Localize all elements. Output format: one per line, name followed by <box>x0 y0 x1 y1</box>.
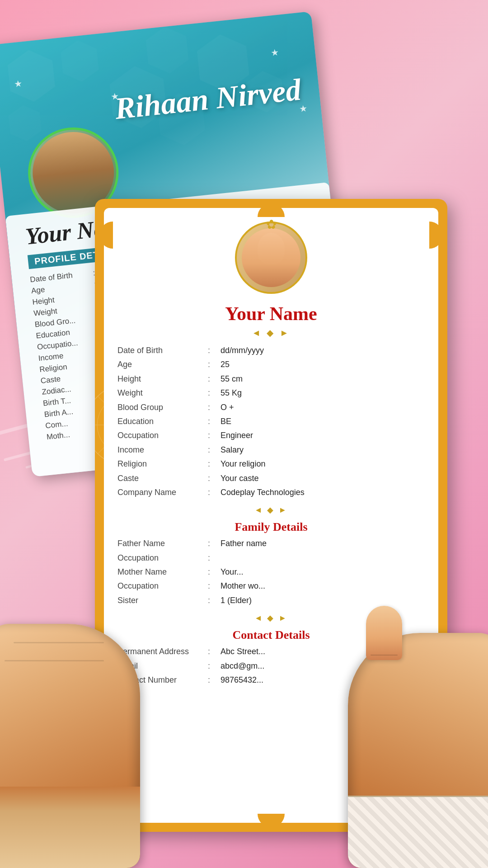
value-company: Codeplay Technologies <box>221 487 425 498</box>
ornament-right <box>429 222 443 249</box>
value-occ: Engineer <box>221 430 425 441</box>
yellow-card: ✿ Your Name ◄ ◆ ► Date of Birth : dd/mm/… <box>95 199 447 832</box>
value-contact: 98765432... <box>221 675 425 685</box>
value-height: 55 cm <box>221 374 425 384</box>
colon-caste: : <box>208 473 221 484</box>
label-sister: Sister <box>117 595 208 606</box>
colon-blood: : <box>208 402 221 413</box>
label-mother-name: Mother Name <box>117 567 208 577</box>
colon-age: : <box>208 359 221 370</box>
info-row-father-name: Father Name : Father name <box>117 538 425 549</box>
info-row-religion: Religion : Your religion <box>117 459 425 469</box>
label-edu: Education <box>117 416 208 427</box>
colon-email: : <box>208 661 221 671</box>
label-weight: Weight <box>117 388 208 398</box>
value-blood: O + <box>221 402 425 413</box>
info-row-mother-name: Mother Name : Your... <box>117 567 425 577</box>
info-row-address: Permanent Address : Abc Street... <box>117 646 425 657</box>
yellow-person-face <box>242 228 300 287</box>
info-row-weight: Weight : 55 Kg <box>117 388 425 398</box>
colon-mother-name: : <box>208 567 221 577</box>
info-row-contact: Contact Number : 98765432... <box>117 675 425 685</box>
colon-dob: : <box>208 345 221 356</box>
colon-company: : <box>208 487 221 498</box>
info-row-occ: Occupation : Engineer <box>117 430 425 441</box>
profile-details-section: Date of Birth : dd/mm/yyyy Age : 25 Heig… <box>117 345 425 498</box>
contact-section-title: Contact Details <box>117 628 425 642</box>
label-religion: Religion <box>117 459 208 469</box>
info-row-mother-occ: Occupation : Mother wo... <box>117 581 425 591</box>
colon-father-occ: : <box>208 553 221 563</box>
colon-occ: : <box>208 430 221 441</box>
ornament-top <box>258 203 285 217</box>
label-mother-occ: Occupation <box>117 581 208 591</box>
yellow-card-name: Your Name <box>117 303 425 325</box>
value-address: Abc Street... <box>221 646 425 657</box>
section-divider-contact: ◄ ◆ ► <box>117 613 425 623</box>
value-age: 25 <box>221 359 425 370</box>
info-row-edu: Education : BE <box>117 416 425 427</box>
colon-height: : <box>208 374 221 384</box>
contact-details-section: Permanent Address : Abc Street... Email … <box>117 646 425 685</box>
value-weight: 55 Kg <box>221 388 425 398</box>
value-mother-name: Your... <box>221 567 425 577</box>
yellow-card-content: ✿ Your Name ◄ ◆ ► Date of Birth : dd/mm/… <box>117 222 425 809</box>
info-row-income: Income : Salary <box>117 445 425 455</box>
label-age: Age <box>117 359 208 370</box>
label-blood: Blood Group <box>117 402 208 413</box>
yellow-card-profile-pic <box>235 222 307 294</box>
colon-religion: : <box>208 459 221 469</box>
value-edu: BE <box>221 416 425 427</box>
profile-photo-area: ✿ <box>117 222 425 298</box>
colon-mother-occ: : <box>208 581 221 591</box>
label-email: Email <box>117 661 208 671</box>
family-section-title: Family Details <box>117 520 425 534</box>
star-decoration: ★ <box>270 47 279 58</box>
knuckle-line <box>5 660 104 661</box>
label-caste: Caste <box>117 473 208 484</box>
divider-ornament-top: ◄ ◆ ► <box>117 327 425 338</box>
colon-contact: : <box>208 675 221 685</box>
value-income: Salary <box>221 445 425 455</box>
label-father-name: Father Name <box>117 538 208 549</box>
colon-weight: : <box>208 388 221 398</box>
info-row-caste: Caste : Your caste <box>117 473 425 484</box>
value-father-occ <box>221 553 425 563</box>
label-income: Income <box>117 445 208 455</box>
value-caste: Your caste <box>221 473 425 484</box>
info-row-age: Age : 25 <box>117 359 425 370</box>
photo-wrapper: ✿ <box>235 222 307 298</box>
value-mother-occ: Mother wo... <box>221 581 425 591</box>
colon-father-name: : <box>208 538 221 549</box>
label-height: Height <box>117 374 208 384</box>
value-email: abcd@gm... <box>221 661 425 671</box>
label-contact: Contact Number <box>117 675 208 685</box>
ornament-left <box>99 222 113 249</box>
info-row-email: Email : abcd@gm... <box>117 661 425 671</box>
label-father-occ: Occupation <box>117 553 208 563</box>
label-dob: Date of Birth <box>117 345 208 356</box>
label-occ: Occupation <box>117 430 208 441</box>
section-divider-family: ◄ ◆ ► <box>117 505 425 515</box>
ornament-bottom <box>258 814 285 827</box>
value-dob: dd/mm/yyyy <box>221 345 425 356</box>
info-row-dob: Date of Birth : dd/mm/yyyy <box>117 345 425 356</box>
value-father-name: Father name <box>221 538 425 549</box>
value-sister: 1 (Elder) <box>221 595 425 606</box>
knuckle-line <box>14 642 104 643</box>
colon-income: : <box>208 445 221 455</box>
family-details-section: Father Name : Father name Occupation : M… <box>117 538 425 606</box>
info-row-father-occ: Occupation : <box>117 553 425 563</box>
star-decoration: ★ <box>14 78 23 90</box>
colon-sister: : <box>208 595 221 606</box>
info-row-company: Company Name : Codeplay Technologies <box>117 487 425 498</box>
label-company: Company Name <box>117 487 208 498</box>
colon-address: : <box>208 646 221 657</box>
info-row-height: Height : 55 cm <box>117 374 425 384</box>
info-row-blood: Blood Group : O + <box>117 402 425 413</box>
flower-icon: ✿ <box>266 217 277 232</box>
value-religion: Your religion <box>221 459 425 469</box>
label-address: Permanent Address <box>117 646 208 657</box>
colon-edu: : <box>208 416 221 427</box>
info-row-sister: Sister : 1 (Elder) <box>117 595 425 606</box>
